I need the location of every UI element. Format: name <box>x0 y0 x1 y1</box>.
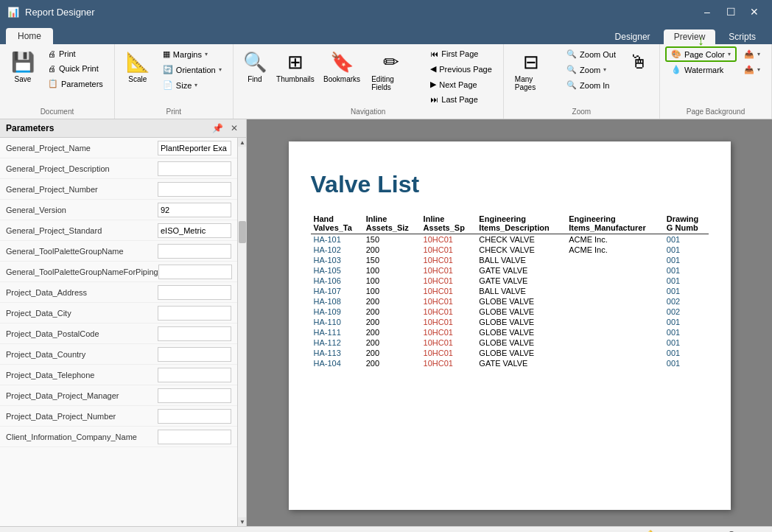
table-cell: 001 <box>664 358 709 368</box>
param-input[interactable] <box>158 306 231 321</box>
report-table: HandValves_Ta InlineAssets_Siz InlineAss… <box>311 213 709 368</box>
first-page-button[interactable]: ⏮ First Page <box>425 47 497 60</box>
table-cell: 100 <box>363 265 421 276</box>
table-cell: 10HC01 <box>421 234 477 245</box>
zoom-increase-button[interactable]: + <box>759 529 765 533</box>
scroll-thumb[interactable] <box>239 221 246 243</box>
quick-print-button[interactable]: 🖨 Quick Print <box>43 62 108 75</box>
zoom-decrease-button[interactable]: – <box>685 529 691 533</box>
zoom-in-button[interactable]: 🔍 Zoom In <box>561 78 621 92</box>
bookmarks-button[interactable]: 🔖 Bookmarks <box>320 47 363 87</box>
table-row: HA-11320010HC01GLOBE VALVE001 <box>311 348 709 358</box>
save-button[interactable]: 💾 Save <box>6 47 40 87</box>
col-size: InlineAssets_Siz <box>363 213 421 234</box>
param-label: Client_Information_Company_Name <box>6 433 158 441</box>
param-input[interactable] <box>158 430 231 444</box>
report-table-body: HA-10115010HC01CHECK VALVEACME Inc.001HA… <box>311 234 709 369</box>
param-row: General_Project_Standard <box>0 220 237 241</box>
zoom-label: Zoom <box>580 66 600 74</box>
size-button[interactable]: 📄 Size ▾ <box>158 78 227 92</box>
table-cell <box>566 348 664 358</box>
orientation-button[interactable]: 🔄 Orientation ▾ <box>158 63 227 77</box>
margins-button[interactable]: ▦ Margins ▾ <box>158 47 227 61</box>
param-input[interactable] <box>158 409 231 424</box>
parameters-button[interactable]: 📋 Parameters <box>43 77 108 91</box>
page-color-icon: 🎨 <box>671 49 681 59</box>
tab-bar: Home Designer Preview Scripts <box>0 24 772 44</box>
page-background-group-label: Page Background <box>666 106 765 116</box>
table-cell: GATE VALVE <box>476 358 566 368</box>
ribbon: 💾 Save 🖨 Print 🖨 Quick Print 📋 Parameter… <box>0 44 772 119</box>
param-label: General_Project_Name <box>6 144 158 153</box>
table-cell: HA-110 <box>311 317 363 327</box>
param-input[interactable] <box>158 347 231 362</box>
thumbnails-button[interactable]: ⊞ Thumbnails <box>273 47 317 87</box>
param-input[interactable] <box>158 326 231 341</box>
param-input[interactable] <box>158 141 231 155</box>
previous-page-button[interactable]: ◀ Previous Page <box>425 62 497 76</box>
last-page-button[interactable]: ⏭ Last Page <box>425 93 497 106</box>
close-button[interactable]: ✕ <box>744 3 765 21</box>
param-input[interactable] <box>158 244 231 259</box>
table-cell: 200 <box>363 317 421 327</box>
param-input[interactable] <box>158 368 231 382</box>
table-cell: HA-109 <box>311 307 363 317</box>
minimize-button[interactable]: – <box>697 3 717 21</box>
zoom-out-icon: 🔍 <box>566 49 577 59</box>
first-page-label: First Page <box>441 49 478 58</box>
zoom-out-button[interactable]: 🔍 Zoom Out <box>561 47 621 61</box>
param-input[interactable] <box>158 223 231 238</box>
params-pin-button[interactable]: 📌 <box>210 122 225 134</box>
find-button[interactable]: 🔍 Find <box>239 47 270 87</box>
param-input[interactable] <box>158 161 231 176</box>
scroll-up-arrow[interactable]: ▲ <box>238 138 246 147</box>
quick-print-icon: 🖨 <box>48 64 56 73</box>
exp-button-1[interactable]: 📤 ▾ <box>739 47 765 61</box>
table-cell: 10HC01 <box>421 307 477 317</box>
parameters-scroll[interactable]: General_Project_NameGeneral_Project_Desc… <box>0 138 237 526</box>
scale-button[interactable]: 📐 Scale <box>121 47 155 87</box>
exp-button-2[interactable]: 📤 ▾ <box>739 63 765 77</box>
param-input[interactable] <box>158 285 231 300</box>
many-pages-button[interactable]: ⊟ Many Pages <box>510 47 552 95</box>
scripts-tab[interactable]: Scripts <box>718 29 766 44</box>
document-group-label: Document <box>6 106 108 116</box>
table-cell: GLOBE VALVE <box>476 296 566 307</box>
table-cell <box>566 276 664 286</box>
param-row: Project_Data_City <box>0 303 237 323</box>
zoom-button[interactable]: 🔍 Zoom ▾ <box>561 63 621 77</box>
next-page-button[interactable]: ▶ Next Page <box>425 77 497 91</box>
table-cell: 100 <box>363 276 421 286</box>
table-row: HA-10115010HC01CHECK VALVEACME Inc.001 <box>311 234 709 245</box>
table-cell: 10HC01 <box>421 255 477 265</box>
table-cell: 001 <box>664 255 709 265</box>
tab-home[interactable]: Home <box>6 28 53 44</box>
scroll-down-arrow[interactable]: ▼ <box>238 517 246 526</box>
maximize-button[interactable]: ☐ <box>720 3 741 21</box>
param-input[interactable] <box>158 182 231 197</box>
param-label: Project_Data_Project_Manager <box>6 391 158 400</box>
preview-area[interactable]: Valve List HandValves_Ta InlineAssets_Si… <box>247 119 772 526</box>
editing-fields-button[interactable]: ✏ Editing Fields <box>366 47 415 95</box>
next-page-label: Next Page <box>439 80 477 89</box>
params-close-button[interactable]: ✕ <box>228 122 240 134</box>
watermark-button[interactable]: 💧 Watermark <box>666 63 736 77</box>
table-cell: 001 <box>664 245 709 255</box>
params-scrollbar[interactable]: ▲ ▼ <box>237 138 246 526</box>
param-input[interactable] <box>158 388 231 403</box>
param-input[interactable] <box>158 265 232 279</box>
designer-tab[interactable]: Designer <box>605 29 661 44</box>
table-row: HA-11220010HC01GLOBE VALVE001 <box>311 337 709 348</box>
param-label: Project_Data_Address <box>6 288 158 297</box>
table-cell: BALL VALVE <box>476 286 566 296</box>
preview-tab[interactable]: Preview <box>664 29 716 44</box>
param-row: Client_Information_Company_Name <box>0 427 237 447</box>
page-color-button[interactable]: ↓ 🎨 Page Color ▾ <box>666 47 736 61</box>
param-input[interactable] <box>158 203 231 217</box>
zoom-cursor-button[interactable]: 🖱 <box>624 47 653 77</box>
parameters-title: Parameters <box>6 123 54 133</box>
print-button[interactable]: 🖨 Print <box>43 47 108 60</box>
col-mfr: EngineeringItems_Manufacturer <box>566 213 664 234</box>
print-group-label: Print <box>121 106 227 116</box>
scroll-track[interactable] <box>238 147 246 517</box>
